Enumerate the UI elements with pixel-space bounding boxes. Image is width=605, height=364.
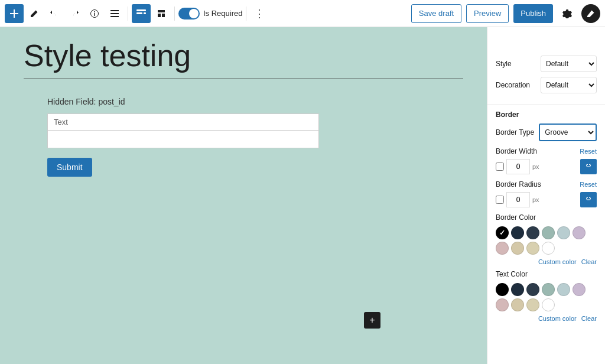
edit-btn[interactable]	[25, 4, 44, 23]
border-color-swatch-7[interactable]	[511, 242, 524, 255]
border-radius-label: Border Radius	[496, 180, 541, 188]
submit-button[interactable]: Submit	[47, 158, 92, 177]
border-width-section: Border Width Reset px Border Radius Rese…	[487, 147, 605, 207]
is-required-label: Is Required	[203, 9, 242, 18]
border-color-swatches	[496, 226, 597, 255]
border-color-swatch-2[interactable]	[526, 226, 539, 239]
border-width-input[interactable]	[506, 159, 530, 174]
border-color-swatch-5[interactable]	[573, 226, 586, 239]
border-section-title: Border	[487, 105, 605, 119]
border-radius-checkbox[interactable]	[496, 196, 504, 204]
canvas-area: Style testing Hidden Field: post_id Text…	[0, 27, 487, 364]
hidden-field-label: Hidden Field: post_id	[47, 97, 440, 106]
editor-icon[interactable]	[581, 4, 600, 23]
info-btn[interactable]	[85, 4, 104, 23]
svg-rect-10	[144, 12, 146, 14]
text-color-swatch-8[interactable]	[526, 298, 539, 311]
border-type-row: Border Type Groove Solid Dashed Dotted D…	[496, 124, 597, 141]
main-toolbar: Is Required ⋮ Save draft Preview Publish	[0, 0, 605, 27]
text-color-section: Text Color Custom color Clear	[487, 270, 605, 327]
border-color-swatch-8[interactable]	[526, 242, 539, 255]
add-block-toolbar-btn[interactable]	[5, 4, 24, 23]
toolbar-left-group: Is Required ⋮	[5, 4, 269, 23]
form-view-btn[interactable]	[132, 4, 151, 23]
redo-btn[interactable]	[65, 4, 84, 23]
decoration-label: Decoration	[496, 81, 536, 89]
text-color-swatches	[496, 283, 597, 311]
svg-rect-7	[110, 16, 119, 17]
add-block-canvas-btn[interactable]: +	[364, 312, 380, 329]
form-title: Style testing	[24, 39, 463, 73]
toolbar-sep-1	[128, 6, 128, 21]
decoration-select-row: Decoration Default	[496, 77, 597, 93]
text-input-label: Text	[47, 113, 319, 131]
border-color-swatch-0[interactable]	[496, 226, 509, 239]
svg-rect-3	[94, 13, 95, 16]
form-body: Hidden Field: post_id Text Submit	[24, 97, 463, 177]
border-width-link-btn[interactable]	[580, 159, 597, 174]
border-color-swatch-6[interactable]	[496, 242, 509, 255]
main-layout: Style testing Hidden Field: post_id Text…	[0, 27, 605, 364]
more-options-btn[interactable]: ⋮	[250, 4, 269, 23]
border-color-swatch-3[interactable]	[542, 226, 555, 239]
svg-rect-5	[110, 10, 119, 11]
svg-rect-9	[136, 12, 142, 14]
border-type-label: Border Type	[496, 128, 534, 136]
text-color-swatch-9[interactable]	[542, 298, 555, 311]
text-color-label: Text Color	[496, 270, 597, 278]
undo-btn[interactable]	[45, 4, 64, 23]
text-color-swatch-6[interactable]	[496, 298, 509, 311]
svg-point-4	[94, 11, 95, 12]
text-input-wrap: Text	[47, 113, 440, 148]
settings-btn[interactable]	[558, 4, 577, 23]
border-width-header: Border Width Reset	[496, 147, 597, 155]
form-divider	[24, 79, 463, 79]
preview-btn[interactable]: Preview	[466, 4, 509, 23]
text-color-swatch-4[interactable]	[557, 283, 570, 296]
border-width-checkbox[interactable]	[496, 162, 504, 171]
list-view-btn[interactable]	[105, 4, 124, 23]
border-width-unit: px	[532, 163, 539, 170]
text-color-links: Custom color Clear	[496, 315, 597, 322]
is-required-toggle[interactable]	[178, 8, 200, 20]
toolbar-right-group: Save draft Preview Publish	[411, 4, 600, 23]
publish-btn[interactable]: Publish	[513, 4, 553, 23]
svg-rect-8	[136, 9, 146, 11]
border-radius-header: Border Radius Reset	[496, 180, 597, 188]
border-clear-btn[interactable]: Clear	[581, 258, 597, 265]
text-input-field[interactable]	[47, 131, 319, 148]
border-color-label: Border Color	[496, 213, 597, 222]
style-row: Style Default Decoration Default	[487, 50, 605, 105]
text-clear-btn[interactable]: Clear	[581, 315, 597, 322]
svg-rect-1	[10, 13, 18, 14]
border-radius-controls: px	[496, 192, 597, 207]
border-radius-reset[interactable]: Reset	[580, 181, 597, 188]
text-color-swatch-1[interactable]	[511, 283, 524, 296]
toolbar-sep-2	[174, 6, 175, 21]
border-width-reset[interactable]: Reset	[580, 148, 597, 155]
border-width-label: Border Width	[496, 147, 537, 155]
panel-top-scroll	[487, 27, 605, 50]
text-custom-color-btn[interactable]: Custom color	[538, 315, 577, 322]
border-radius-link-btn[interactable]	[580, 192, 597, 207]
right-panel: Style Default Decoration Default Border …	[487, 27, 605, 364]
is-required-toggle-wrap: Is Required	[178, 8, 242, 20]
svg-rect-6	[110, 13, 119, 14]
layout-btn[interactable]	[152, 4, 171, 23]
decoration-select[interactable]: Default	[541, 77, 597, 93]
border-type-select[interactable]: Groove Solid Dashed Dotted Double Groove…	[539, 124, 597, 141]
style-select[interactable]: Default	[541, 56, 597, 72]
border-radius-input[interactable]	[506, 192, 530, 207]
border-custom-color-btn[interactable]: Custom color	[538, 258, 577, 265]
text-color-swatch-7[interactable]	[511, 298, 524, 311]
text-color-swatch-3[interactable]	[542, 283, 555, 296]
border-color-swatch-1[interactable]	[511, 226, 524, 239]
text-color-swatch-2[interactable]	[526, 283, 539, 296]
text-color-swatch-5[interactable]	[573, 283, 586, 296]
save-draft-btn[interactable]: Save draft	[411, 4, 461, 23]
toolbar-sep-3	[246, 6, 246, 21]
style-select-row: Style Default	[496, 56, 597, 72]
border-color-swatch-4[interactable]	[557, 226, 570, 239]
border-color-swatch-9[interactable]	[542, 242, 555, 255]
text-color-swatch-0[interactable]	[496, 283, 509, 296]
